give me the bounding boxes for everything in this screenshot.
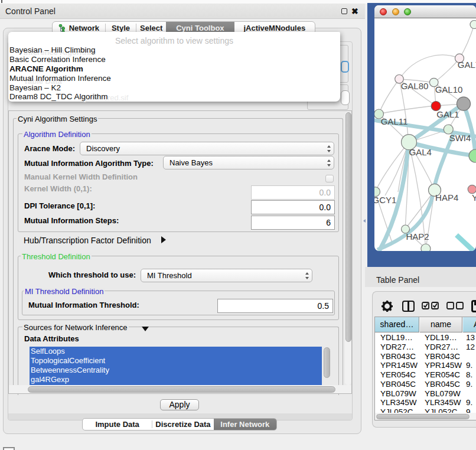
svg-text:GAL80: GAL80 — [401, 81, 429, 91]
svg-text:GAL4: GAL4 — [409, 147, 432, 157]
svg-text:GAL10: GAL10 — [435, 84, 463, 94]
svg-text:GCY1: GCY1 — [374, 195, 396, 205]
svg-text:HAP4: HAP4 — [435, 193, 458, 203]
svg-text:HAP2: HAP2 — [406, 231, 429, 242]
svg-text:GAL1: GAL1 — [436, 109, 459, 119]
svg-text:GAL7: GAL7 — [458, 60, 476, 70]
svg-text:GAL11: GAL11 — [381, 116, 408, 126]
svg-text:Y: Y — [472, 193, 476, 203]
svg-text:SWI4: SWI4 — [449, 133, 471, 143]
